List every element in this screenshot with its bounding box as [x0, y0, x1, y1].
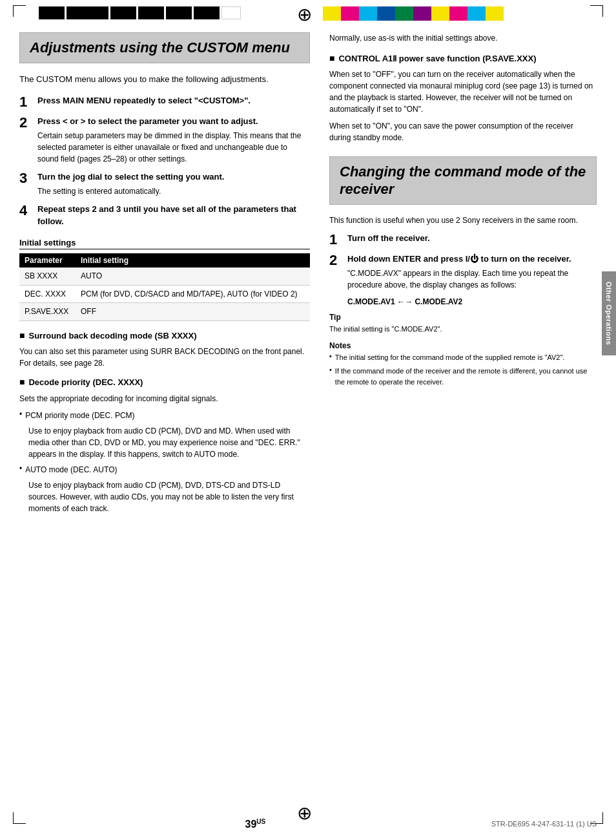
normally-text: Normally, use as-is with the initial set… — [329, 32, 597, 44]
auto-mode-bullet: • AUTO mode (DEC. AUTO) — [19, 464, 310, 476]
table-cell-param-2: DEC. XXXX — [19, 285, 76, 303]
auto-mode-indent: Use to enjoy playback from audio CD (PCM… — [28, 479, 310, 514]
custom-menu-intro: The CUSTOM menu allows you to make the f… — [19, 73, 310, 86]
cmd-step-2-body: "C.MODE.AVX" appears in the display. Eac… — [347, 268, 597, 291]
surround-back-icon: ■ — [19, 330, 25, 341]
surround-back-heading: ■ Surround back decoding mode (SB XXXX) — [19, 330, 310, 342]
note-text-1: The initial setting for the command mode… — [335, 352, 565, 363]
step-3-title: Turn the jog dial to select the setting … — [37, 171, 310, 183]
step-2-content: Press < or > to select the parameter you… — [37, 116, 310, 165]
page-number: 39US — [245, 818, 266, 830]
step-3-body: The setting is entered automatically. — [37, 185, 310, 197]
note-text-2: If the command mode of the receiver and … — [335, 366, 597, 387]
note-2: • If the command mode of the receiver an… — [329, 366, 597, 387]
step-3-num: 3 — [19, 171, 34, 197]
step-1-content: Press MAIN MENU repeatedly to select "<C… — [37, 95, 310, 109]
custom-menu-heading: Adjustments using the CUSTOM menu — [30, 39, 300, 56]
command-mode-heading: Changing the command mode of the receive… — [340, 163, 586, 198]
initial-settings-table: Parameter Initial setting SB XXXX AUTO D… — [19, 253, 310, 321]
decode-priority-heading-text: Decode priority (DEC. XXXX) — [28, 377, 143, 388]
notes-label: Notes — [329, 341, 597, 350]
pcm-priority-indent: Use to enjoy playback from audio CD (PCM… — [28, 425, 310, 460]
tip-text: The initial setting is "C.MODE.AV2". — [329, 324, 597, 335]
step-3: 3 Turn the jog dial to select the settin… — [19, 171, 310, 197]
step-2: 2 Press < or > to select the parameter y… — [19, 116, 310, 165]
sidebar-label: Other Operations — [605, 282, 613, 345]
main-content: Adjustments using the CUSTOM menu The CU… — [0, 0, 616, 557]
footer-model: STR-DE695 4-247-631-11 (1) US — [491, 820, 597, 828]
tip-section: Tip The initial setting is "C.MODE.AV2". — [329, 313, 597, 335]
mode-change-text: C.MODE.AV1 ←→ C.MODE.AV2 — [347, 297, 597, 306]
cmd-step-2-content: Hold down ENTER and press I/⏻ to turn on… — [347, 253, 597, 291]
cmd-step-2: 2 Hold down ENTER and press I/⏻ to turn … — [329, 253, 597, 291]
sidebar-wrapper: Other Operations — [602, 271, 616, 355]
surround-back-body: You can also set this parameter using SU… — [19, 346, 310, 369]
notes-section: Notes • The initial setting for the comm… — [329, 341, 597, 388]
control-a1-heading-text: CONTROL A1Ⅱ power save function (P.SAVE.… — [338, 53, 536, 65]
step-2-body: Certain setup parameters may be dimmed i… — [37, 130, 310, 165]
cmd-step-2-num: 2 — [329, 253, 344, 291]
control-a1-body-off: When set to "OFF", you can turn on the r… — [329, 68, 597, 115]
cmd-step-1-content: Turn off the receiver. — [347, 233, 597, 247]
table-header-parameter: Parameter — [19, 253, 76, 268]
table-header-setting: Initial setting — [76, 253, 310, 268]
custom-menu-heading-box: Adjustments using the CUSTOM menu — [19, 32, 310, 63]
control-a1-heading: ■ CONTROL A1Ⅱ power save function (P.SAV… — [329, 53, 597, 65]
control-a1-body-on: When set to "ON", you can save the power… — [329, 120, 597, 143]
note-bullet-1: • — [329, 352, 332, 363]
page-footer: 39US STR-DE695 4-247-631-11 (1) US — [0, 818, 616, 830]
table-cell-param-3: P.SAVE.XXX — [19, 303, 76, 321]
step-1-num: 1 — [19, 95, 34, 109]
cmd-step-1-title: Turn off the receiver. — [347, 233, 597, 244]
right-column: Normally, use as-is with the initial set… — [323, 32, 597, 518]
note-bullet-2: • — [329, 366, 332, 387]
command-mode-heading-box: Changing the command mode of the receive… — [329, 156, 597, 205]
table-cell-param-1: SB XXXX — [19, 268, 76, 285]
command-mode-intro: This function is useful when you use 2 S… — [329, 215, 597, 226]
step-3-content: Turn the jog dial to select the setting … — [37, 171, 310, 197]
pcm-priority-bullet: • PCM priority mode (DEC. PCM) — [19, 410, 310, 421]
step-4-content: Repeat steps 2 and 3 until you have set … — [37, 204, 310, 229]
auto-mode-label: AUTO mode (DEC. AUTO) — [25, 464, 117, 476]
surround-back-heading-text: Surround back decoding mode (SB XXXX) — [28, 330, 196, 342]
table-cell-val-3: OFF — [76, 303, 310, 321]
step-4-title: Repeat steps 2 and 3 until you have set … — [37, 204, 310, 227]
step-4: 4 Repeat steps 2 and 3 until you have se… — [19, 204, 310, 229]
decode-priority-body: Sets the appropriate decoding for incomi… — [19, 393, 310, 404]
table-row: P.SAVE.XXX OFF — [19, 303, 310, 321]
cmd-step-2-title: Hold down ENTER and press I/⏻ to turn on… — [347, 253, 597, 265]
step-1-title: Press MAIN MENU repeatedly to select "<C… — [37, 95, 310, 107]
table-row: SB XXXX AUTO — [19, 268, 310, 285]
step-2-num: 2 — [19, 116, 34, 165]
left-column: Adjustments using the CUSTOM menu The CU… — [19, 32, 310, 518]
decode-priority-heading: ■ Decode priority (DEC. XXXX) — [19, 377, 310, 388]
step-1: 1 Press MAIN MENU repeatedly to select "… — [19, 95, 310, 109]
bullet-dot-2: • — [19, 464, 22, 476]
pcm-priority-label: PCM priority mode (DEC. PCM) — [25, 410, 134, 421]
step-4-num: 4 — [19, 204, 34, 229]
control-a1-icon: ■ — [329, 53, 334, 63]
bullet-dot-1: • — [19, 410, 22, 421]
tip-label: Tip — [329, 313, 597, 322]
table-cell-val-1: AUTO — [76, 268, 310, 285]
cmd-step-1-num: 1 — [329, 233, 344, 247]
initial-settings-label: Initial settings — [19, 238, 310, 249]
table-row: DEC. XXXX PCM (for DVD, CD/SACD and MD/T… — [19, 285, 310, 303]
cmd-step-1: 1 Turn off the receiver. — [329, 233, 597, 247]
step-2-title: Press < or > to select the parameter you… — [37, 116, 310, 127]
note-1: • The initial setting for the command mo… — [329, 352, 597, 363]
decode-priority-icon: ■ — [19, 377, 25, 387]
table-cell-val-2: PCM (for DVD, CD/SACD and MD/TAPE), AUTO… — [76, 285, 310, 303]
